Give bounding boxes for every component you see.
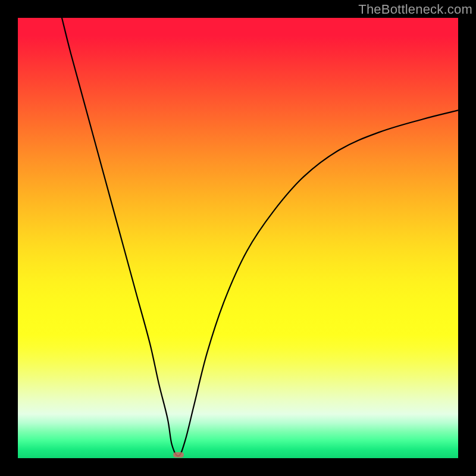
vertex-marker <box>173 452 184 458</box>
curve-svg <box>18 18 458 458</box>
watermark-text: TheBottleneck.com <box>358 2 472 17</box>
bottleneck-curve <box>62 18 458 456</box>
plot-area <box>18 18 458 458</box>
chart-frame: TheBottleneck.com <box>0 0 476 476</box>
